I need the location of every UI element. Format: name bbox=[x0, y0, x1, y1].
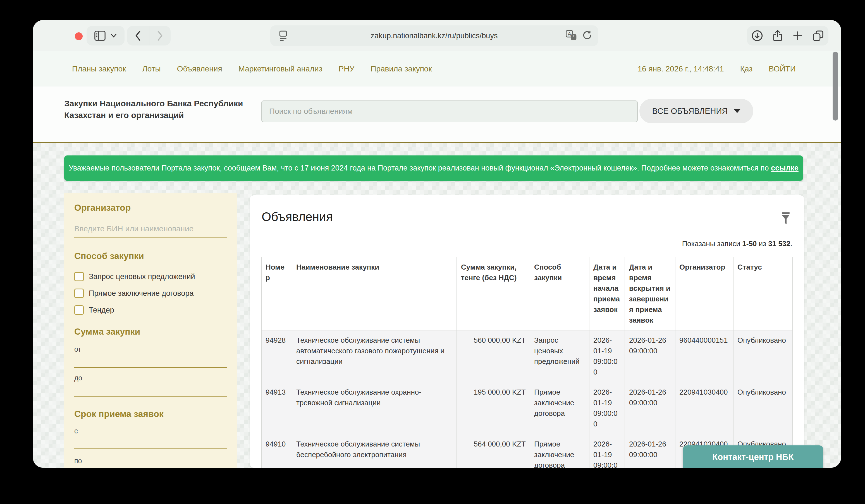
banner-text: Уважаемые пользователи Портала закупок, … bbox=[69, 164, 771, 172]
notification-banner: Уважаемые пользователи Портала закупок, … bbox=[64, 155, 803, 181]
cell-opening: 2026-01-26 09:00:00 bbox=[625, 330, 675, 382]
filter-funnel-icon[interactable] bbox=[780, 212, 791, 226]
cell-name: Техническое обслуживание системы автомат… bbox=[292, 330, 457, 382]
sum-to-label: до bbox=[74, 374, 227, 382]
cell-method: Прямое заключение договора bbox=[530, 382, 589, 434]
announcements-table: Номер Наименование закупки Сумма закупки… bbox=[261, 257, 793, 468]
browser-window: zakup.nationalbank.kz/ru/publics/buys A … bbox=[33, 20, 841, 468]
cell-start: 2026-01-19 09:00:00 bbox=[589, 434, 625, 468]
search-input[interactable] bbox=[261, 101, 638, 122]
records-counter: Показаны записи 1-50 из 31 532. bbox=[682, 239, 793, 248]
method-filter-label: Способ закупки bbox=[74, 251, 227, 261]
col-header-start: Дата и время начала приема заявок bbox=[589, 257, 625, 330]
datetime-text: 16 янв. 2026 г., 14:48:41 bbox=[638, 65, 724, 73]
site-nav: Планы закупок Лоты Объявления Маркетинго… bbox=[33, 51, 841, 86]
page-title: Объявления bbox=[262, 210, 333, 224]
cell-name: Техническое обслуживание системы беспере… bbox=[292, 434, 457, 468]
method-option-direct-contract[interactable]: Прямое заключение договора bbox=[74, 289, 227, 298]
table-header-row: Номер Наименование закупки Сумма закупки… bbox=[261, 257, 793, 330]
address-bar-actions: A * bbox=[565, 30, 592, 41]
login-button[interactable]: ВОЙТИ bbox=[769, 65, 796, 73]
sum-filter-label: Сумма закупки bbox=[74, 327, 227, 337]
downloads-icon[interactable] bbox=[751, 30, 763, 42]
sum-from-label: от bbox=[74, 345, 227, 353]
chevron-down-icon bbox=[110, 33, 117, 38]
cell-name: Техническое обслуживание охранно-тревожн… bbox=[292, 382, 457, 434]
col-header-name: Наименование закупки bbox=[292, 257, 457, 330]
col-header-organizer: Организатор bbox=[675, 257, 733, 330]
col-header-number: Номер bbox=[261, 257, 292, 330]
term-to-label: по bbox=[74, 457, 227, 465]
checkbox-icon[interactable] bbox=[74, 272, 84, 281]
organizer-filter-label: Организатор bbox=[74, 203, 227, 213]
nav-item-announcements[interactable]: Объявления bbox=[177, 65, 222, 73]
nav-item-rnu[interactable]: РНУ bbox=[339, 65, 355, 73]
table-row[interactable]: 94913Техническое обслуживание охранно-тр… bbox=[261, 382, 793, 434]
col-header-opening: Дата и время вскрытия и завершения прием… bbox=[625, 257, 675, 330]
browser-toolbar: zakup.nationalbank.kz/ru/publics/buys A … bbox=[33, 20, 841, 51]
share-icon[interactable] bbox=[772, 29, 783, 42]
sum-to-input[interactable] bbox=[74, 382, 227, 397]
cell-opening: 2026-01-26 09:00:00 bbox=[625, 434, 675, 468]
sum-from-input[interactable] bbox=[74, 353, 227, 368]
announcements-card: Объявления Показаны записи 1-50 из 31 53… bbox=[250, 195, 804, 468]
cell-number: 94910 bbox=[261, 434, 292, 468]
cell-organizer: 220941030400 bbox=[675, 382, 733, 434]
cell-opening: 2026-01-26 09:00:00 bbox=[625, 382, 675, 434]
nav-right: 16 янв. 2026 г., 14:48:41 Қаз ВОЙТИ bbox=[638, 65, 796, 73]
organizer-input[interactable] bbox=[74, 220, 227, 238]
close-window-button[interactable] bbox=[75, 32, 83, 40]
nav-item-plans[interactable]: Планы закупок bbox=[72, 65, 126, 73]
checkbox-icon[interactable] bbox=[74, 305, 84, 315]
site-title: Закупки Национального Банка Республики К… bbox=[64, 98, 243, 121]
page-scrollbar[interactable] bbox=[833, 51, 838, 120]
col-header-method: Способ закупки bbox=[530, 257, 589, 330]
new-tab-icon[interactable] bbox=[792, 30, 804, 42]
translate-icon[interactable]: A * bbox=[565, 30, 577, 41]
term-from-input[interactable] bbox=[74, 435, 227, 449]
dropdown-caret-icon bbox=[734, 109, 740, 113]
cell-method: Прямое заключение договора bbox=[530, 434, 589, 468]
nav-item-marketing[interactable]: Маркетинговый анализ bbox=[239, 65, 323, 73]
toolbar-actions bbox=[747, 26, 828, 46]
reload-icon[interactable] bbox=[582, 30, 592, 41]
page-content: Уважаемые пользователи Портала закупок, … bbox=[33, 143, 841, 468]
cell-sum: 564 000,00 KZT bbox=[457, 434, 530, 468]
checkbox-icon[interactable] bbox=[74, 289, 84, 298]
term-filter-label: Срок приема заявок bbox=[74, 409, 227, 419]
history-nav-group bbox=[127, 26, 171, 46]
svg-text:*: * bbox=[573, 34, 575, 40]
url-text[interactable]: zakup.nationalbank.kz/ru/publics/buys bbox=[270, 32, 598, 40]
cell-sum: 560 000,00 KZT bbox=[457, 330, 530, 382]
col-header-status: Статус bbox=[733, 257, 793, 330]
cell-status: Опубликовано bbox=[733, 330, 793, 382]
announcement-filter-dropdown[interactable]: ВСЕ ОБЪЯВЛЕНИЯ bbox=[639, 99, 753, 124]
cell-status: Опубликовано bbox=[733, 382, 793, 434]
site-header: Закупки Национального Банка Республики К… bbox=[33, 86, 841, 142]
method-option-price-request[interactable]: Запрос ценовых предложений bbox=[74, 272, 227, 281]
cell-start: 2026-01-19 09:00:00 bbox=[589, 330, 625, 382]
term-from-label: с bbox=[74, 427, 227, 435]
nav-item-rules[interactable]: Правила закупок bbox=[370, 65, 432, 73]
banner-link[interactable]: ссылке bbox=[771, 164, 798, 172]
method-option-tender[interactable]: Тендер bbox=[74, 305, 227, 315]
svg-text:A: A bbox=[568, 31, 571, 37]
cell-method: Запрос ценовых предложений bbox=[530, 330, 589, 382]
cell-number: 94913 bbox=[261, 382, 292, 434]
table-row[interactable]: 94928Техническое обслуживание системы ав… bbox=[261, 330, 793, 382]
cell-organizer: 960440000151 bbox=[675, 330, 733, 382]
language-switch[interactable]: Қаз bbox=[740, 65, 752, 73]
col-header-sum: Сумма закупки, тенге (без НДС) bbox=[457, 257, 530, 330]
nav-item-lots[interactable]: Лоты bbox=[142, 65, 161, 73]
sidebar-toggle-button[interactable] bbox=[86, 26, 125, 46]
forward-button[interactable] bbox=[149, 26, 171, 46]
sidebar-panel-icon bbox=[94, 30, 106, 41]
tab-overview-icon[interactable] bbox=[812, 30, 824, 42]
address-bar[interactable]: zakup.nationalbank.kz/ru/publics/buys A … bbox=[270, 25, 598, 46]
nav-links: Планы закупок Лоты Объявления Маркетинго… bbox=[72, 65, 432, 73]
filters-sidebar: Организатор Способ закупки Запрос ценовы… bbox=[64, 193, 237, 468]
cell-start: 2026-01-19 09:00:00 bbox=[589, 382, 625, 434]
contact-center-button[interactable]: Контакт-центр НБК bbox=[683, 445, 823, 468]
cell-sum: 195 000,00 KZT bbox=[457, 382, 530, 434]
back-button[interactable] bbox=[127, 26, 149, 46]
